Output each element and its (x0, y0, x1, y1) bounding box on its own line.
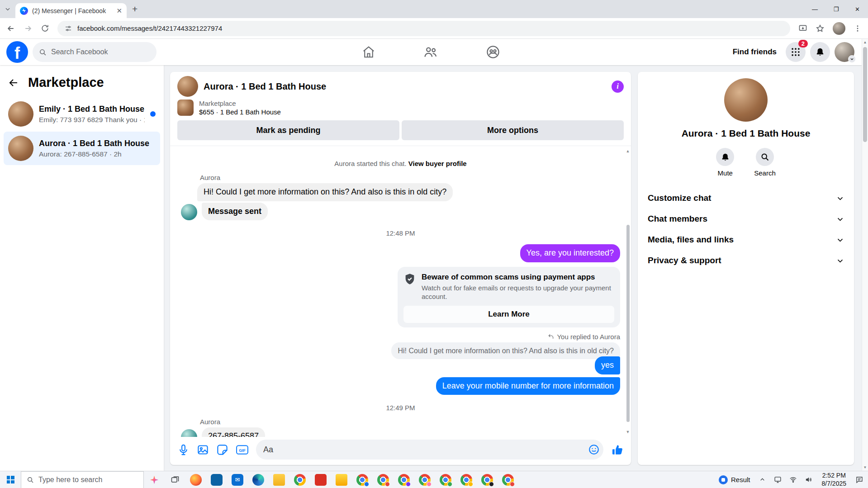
back-button[interactable] (6, 24, 15, 33)
back-arrow-icon[interactable] (8, 77, 19, 88)
taskbar-app-icon[interactable] (352, 471, 373, 488)
chat-avatar[interactable] (177, 76, 198, 97)
sent-message[interactable]: Leave your mobile number for more inform… (436, 377, 620, 395)
more-options-button[interactable]: More options (402, 120, 624, 140)
taskbar-app-icon[interactable] (269, 471, 289, 488)
message-input-wrap[interactable] (256, 440, 603, 460)
sender-name-label: Aurora (200, 418, 620, 426)
profile-avatar[interactable] (835, 42, 854, 62)
taskbar-search-input[interactable] (38, 476, 138, 484)
forward-button[interactable] (24, 24, 33, 33)
taskbar-app-icon[interactable] (185, 471, 206, 488)
timestamp: 12:48 PM (181, 229, 620, 237)
voice-clip-icon[interactable] (177, 444, 190, 456)
sticker-icon[interactable] (216, 444, 228, 456)
message-scrollbar[interactable]: ▲ ▼ (626, 149, 630, 434)
taskbar-app-icon[interactable] (248, 471, 269, 488)
facebook-search[interactable] (33, 42, 157, 62)
url-field[interactable]: facebook.com/messages/t/2421744332122797… (57, 21, 790, 36)
tray-network-icon[interactable] (787, 471, 800, 488)
install-app-icon[interactable] (798, 24, 807, 33)
taskbar-app-icon[interactable] (373, 471, 394, 488)
notification-center-icon[interactable] (853, 471, 866, 488)
gif-icon[interactable]: GIF (236, 444, 249, 456)
search-input[interactable] (51, 48, 150, 56)
copilot-icon[interactable] (144, 471, 165, 488)
mark-as-pending-button[interactable]: Mark as pending (177, 120, 399, 140)
tray-time: 2:52 PM (822, 472, 847, 480)
conversation-details-panel: Aurora · 1 Bed 1 Bath House Mute Search … (638, 72, 854, 465)
scroll-up-icon[interactable]: ▲ (862, 40, 868, 44)
scrollbar-thumb[interactable] (626, 225, 630, 422)
scroll-down-icon[interactable]: ▼ (862, 465, 868, 469)
taskbar-app-icon[interactable] (477, 471, 498, 488)
browser-menu-icon[interactable] (854, 24, 862, 33)
attach-image-icon[interactable] (197, 444, 209, 456)
refresh-button[interactable] (41, 24, 49, 33)
task-view-icon[interactable] (165, 471, 185, 488)
home-nav-icon[interactable] (362, 45, 375, 59)
taskbar-app-icon[interactable] (331, 471, 352, 488)
taskbar-app-icon[interactable] (394, 471, 414, 488)
section-chat-members[interactable]: Chat members (643, 208, 849, 229)
browser-profile-avatar[interactable] (833, 22, 845, 35)
details-avatar (724, 78, 768, 122)
facebook-logo[interactable]: f (6, 41, 28, 63)
communities-nav-icon[interactable] (486, 45, 500, 59)
window-maximize-button[interactable]: ❐ (825, 0, 847, 18)
sent-message[interactable]: yes (595, 356, 620, 374)
window-close-button[interactable]: ✕ (847, 0, 868, 18)
taskbar-app-icon[interactable] (289, 471, 310, 488)
scroll-up-icon[interactable]: ▲ (626, 149, 630, 153)
section-media-files-links[interactable]: Media, files and links (643, 229, 849, 250)
bookmark-star-icon[interactable] (816, 24, 825, 33)
taskbar-app-icon[interactable] (456, 471, 477, 488)
taskbar-app-icon[interactable]: ✉ (227, 471, 248, 488)
thumbs-up-icon[interactable] (611, 443, 624, 456)
new-tab-button[interactable]: + (132, 4, 138, 14)
view-buyer-profile-link[interactable]: View buyer profile (408, 160, 467, 167)
sent-message[interactable]: Yes, are you interested? (520, 244, 620, 262)
site-settings-icon[interactable] (65, 25, 72, 32)
emoji-icon[interactable] (588, 444, 600, 455)
taskbar-app-icon[interactable] (498, 471, 518, 488)
conversation-snippet: Aurora: 267-885-6587 · 2h (39, 150, 156, 158)
apps-menu-button[interactable]: 2 (786, 42, 806, 62)
tray-clock[interactable]: 2:52 PM 8/7/2025 (817, 472, 851, 488)
taskbar-app-icon[interactable] (310, 471, 331, 488)
taskbar-app-icon[interactable] (206, 471, 227, 488)
chevron-down-icon (848, 55, 856, 63)
tray-result-app[interactable]: Result (715, 471, 754, 488)
taskbar-search[interactable] (21, 471, 144, 488)
page-scrollbar[interactable]: ▲ ▼ (862, 39, 868, 471)
message-input[interactable] (263, 445, 588, 455)
notifications-button[interactable] (810, 42, 830, 62)
tab-close-icon[interactable]: ✕ (116, 7, 122, 14)
scrollbar-thumb[interactable] (863, 47, 867, 142)
find-friends-link[interactable]: Find friends (733, 47, 777, 57)
tray-volume-icon[interactable] (802, 471, 816, 488)
chat-started-note: Aurora started this chat. View buyer pro… (181, 160, 620, 167)
received-message[interactable]: Message sent (202, 203, 268, 221)
search-conversation-button[interactable]: Search (754, 148, 776, 177)
tab-search-icon[interactable] (5, 6, 11, 12)
listing-thumbnail[interactable] (177, 99, 194, 116)
taskbar-app-icon[interactable] (435, 471, 456, 488)
conversation-item-emily[interactable]: Emily · 1 Bed 1 Bath House Emily: 773 93… (4, 97, 160, 131)
window-minimize-button[interactable]: — (804, 0, 825, 18)
section-privacy-support[interactable]: Privacy & support (643, 250, 849, 271)
friends-nav-icon[interactable] (423, 45, 438, 59)
conversation-info-button[interactable]: i (612, 81, 624, 93)
scroll-down-icon[interactable]: ▼ (626, 430, 630, 434)
tray-show-hidden-icons[interactable] (756, 471, 769, 488)
conversation-item-aurora[interactable]: Aurora · 1 Bed 1 Bath House Aurora: 267-… (4, 132, 160, 165)
taskbar-app-icon[interactable] (414, 471, 435, 488)
received-message[interactable]: 267-885-6587 (202, 427, 265, 437)
section-customize-chat[interactable]: Customize chat (643, 188, 849, 208)
mute-button[interactable]: Mute (716, 148, 734, 177)
start-button[interactable] (0, 471, 21, 488)
tray-monitor-icon[interactable] (771, 471, 785, 488)
learn-more-button[interactable]: Learn More (403, 306, 614, 323)
received-message[interactable]: Hi! Could I get more information on this… (197, 183, 453, 201)
browser-tab[interactable]: (2) Messenger | Facebook ✕ (15, 3, 127, 18)
